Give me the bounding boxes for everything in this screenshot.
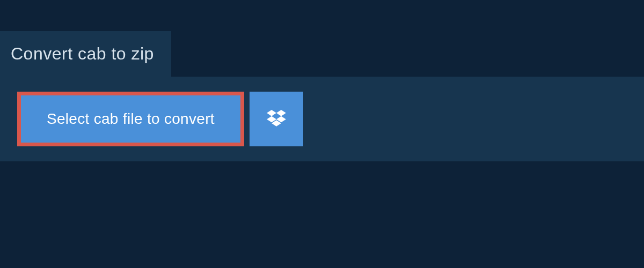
select-file-highlight: Select cab file to convert — [17, 92, 244, 146]
action-panel: Select cab file to convert — [0, 77, 644, 161]
button-row: Select cab file to convert — [17, 92, 644, 146]
header-tab: Convert cab to zip — [0, 31, 171, 77]
select-file-button[interactable]: Select cab file to convert — [21, 95, 240, 143]
svg-marker-1 — [276, 110, 286, 116]
dropbox-icon — [267, 110, 286, 128]
dropbox-button[interactable] — [250, 92, 303, 146]
page-title: Convert cab to zip — [11, 44, 154, 64]
svg-marker-0 — [267, 110, 276, 116]
